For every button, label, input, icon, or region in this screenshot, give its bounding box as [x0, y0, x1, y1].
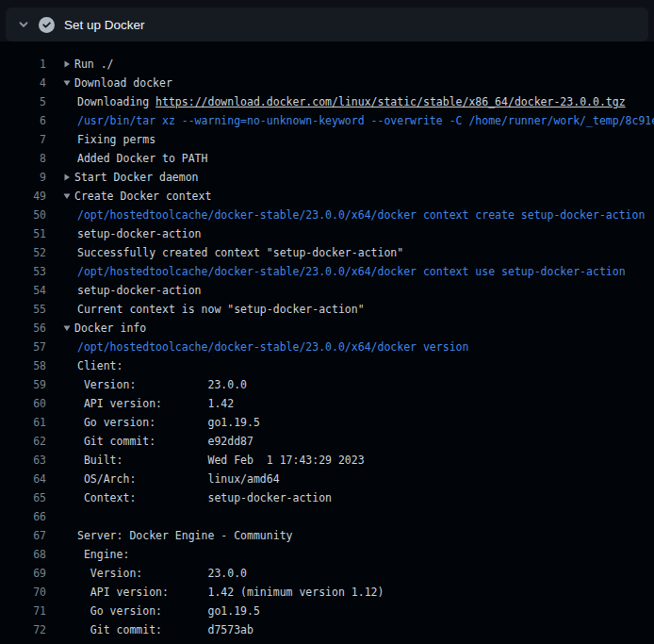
line-number[interactable]: 72 — [15, 620, 46, 639]
command-text: /opt/hostedtoolcache/docker-stable/23.0.… — [77, 338, 468, 356]
line-number[interactable]: 8 — [15, 149, 46, 168]
line-number[interactable]: 66 — [15, 507, 46, 526]
line-content: /opt/hostedtoolcache/docker-stable/23.0.… — [77, 206, 645, 224]
line-content: setup-docker-action — [77, 224, 202, 243]
log-text: Version: 23.0.0 — [77, 375, 247, 394]
log-line: 1Run ./ — [0, 55, 654, 74]
log-text: Current context is now "setup-docker-act… — [77, 300, 365, 319]
line-number[interactable]: 71 — [15, 602, 46, 620]
line-content: /usr/bin/tar xz --warning=no-unknown-key… — [77, 111, 654, 130]
line-number[interactable]: 6 — [15, 111, 46, 130]
command-text: /opt/hostedtoolcache/docker-stable/23.0.… — [77, 262, 626, 281]
log-text: Go version: go1.19.5 — [77, 413, 260, 432]
line-content: Version: 23.0.0 — [77, 564, 247, 583]
group-title[interactable]: Docker info — [74, 319, 146, 338]
group-expanded-icon[interactable] — [63, 192, 71, 200]
line-content: Engine: — [77, 545, 129, 564]
log-line: 4Download docker — [0, 74, 654, 92]
log-line: 5Downloading https://download.docker.com… — [0, 92, 654, 111]
line-content: API version: 1.42 — [77, 394, 234, 413]
line-number[interactable]: 60 — [15, 394, 46, 413]
log-panel: 1Run ./4Download docker5Downloading http… — [0, 41, 654, 644]
line-number[interactable]: 5 — [15, 92, 46, 111]
line-number[interactable]: 7 — [15, 130, 46, 149]
log-text: Version: 23.0.0 — [77, 564, 247, 583]
line-content: Context: setup-docker-action — [77, 488, 332, 507]
line-content: Built: Wed Feb 1 17:43:29 2023 — [77, 451, 365, 470]
log-line: 52Successfully created context "setup-do… — [0, 243, 654, 262]
log-line: 58Client: — [0, 356, 654, 375]
line-number[interactable]: 62 — [15, 432, 46, 451]
line-content: Server: Docker Engine - Community — [77, 526, 292, 545]
log-text: API version: 1.42 (minimum version 1.12) — [77, 583, 384, 602]
line-number[interactable]: 70 — [15, 583, 46, 602]
line-number[interactable]: 57 — [15, 338, 46, 356]
line-number[interactable]: 59 — [15, 375, 46, 394]
group-expanded-icon[interactable] — [63, 324, 71, 332]
line-number[interactable]: 50 — [15, 206, 46, 224]
log-line: 63 Built: Wed Feb 1 17:43:29 2023 — [0, 451, 654, 470]
log-line: 7Fixing perms — [0, 130, 654, 149]
log-line: 49Create Docker context — [0, 187, 654, 206]
log-line: 69 Version: 23.0.0 — [0, 564, 654, 583]
group-title[interactable]: Run ./ — [74, 55, 114, 74]
line-content: /opt/hostedtoolcache/docker-stable/23.0.… — [77, 262, 626, 281]
log-link[interactable]: https://download.docker.com/linux/static… — [155, 92, 626, 111]
line-number[interactable]: 52 — [15, 243, 46, 262]
line-number[interactable]: 54 — [15, 281, 46, 300]
line-number[interactable]: 56 — [15, 319, 46, 338]
log-line: 55Current context is now "setup-docker-a… — [0, 300, 654, 319]
log-line: 54setup-docker-action — [0, 281, 654, 300]
log-text: Git commit: e92dd87 — [77, 432, 253, 451]
log-text: Successfully created context "setup-dock… — [77, 243, 403, 262]
log-text: setup-docker-action — [77, 224, 202, 243]
log-text: OS/Arch: linux/amd64 — [77, 470, 280, 488]
log-text: Server: Docker Engine - Community — [77, 526, 292, 545]
group-title[interactable]: Download docker — [74, 74, 172, 92]
line-number[interactable]: 9 — [15, 168, 46, 187]
line-number[interactable]: 69 — [15, 564, 46, 583]
line-content: OS/Arch: linux/amd64 — [77, 470, 280, 488]
line-number[interactable]: 4 — [15, 74, 46, 92]
chevron-down-icon[interactable] — [17, 18, 30, 31]
line-content: Git commit: e92dd87 — [77, 432, 253, 451]
log-text: Engine: — [77, 545, 129, 564]
line-number[interactable]: 51 — [15, 224, 46, 243]
log-line: 60 API version: 1.42 — [0, 394, 654, 413]
line-number[interactable]: 49 — [15, 187, 46, 206]
line-number[interactable]: 61 — [15, 413, 46, 432]
line-content: Create Docker context — [63, 187, 211, 206]
line-content: Added Docker to PATH — [77, 149, 207, 168]
log-line: 57/opt/hostedtoolcache/docker-stable/23.… — [0, 338, 654, 356]
log-line: 50/opt/hostedtoolcache/docker-stable/23.… — [0, 206, 654, 224]
log-line: 62 Git commit: e92dd87 — [0, 432, 654, 451]
line-number[interactable]: 1 — [15, 55, 46, 74]
line-number[interactable]: 67 — [15, 526, 46, 545]
group-title[interactable]: Create Docker context — [74, 187, 211, 206]
line-number[interactable]: 53 — [15, 262, 46, 281]
group-title[interactable]: Start Docker daemon — [74, 168, 199, 187]
line-content: Start Docker daemon — [63, 168, 199, 187]
group-collapsed-icon[interactable] — [63, 60, 71, 68]
step-header[interactable]: Set up Docker — [6, 8, 648, 41]
log-line: 68 Engine: — [0, 545, 654, 564]
line-number[interactable]: 55 — [15, 300, 46, 319]
log-text: API version: 1.42 — [77, 394, 234, 413]
line-number[interactable]: 63 — [15, 451, 46, 470]
line-content: API version: 1.42 (minimum version 1.12) — [77, 583, 384, 602]
line-content: Docker info — [63, 319, 146, 338]
line-number[interactable]: 68 — [15, 545, 46, 564]
log-line: 65 Context: setup-docker-action — [0, 488, 654, 507]
group-expanded-icon[interactable] — [63, 79, 71, 87]
line-number[interactable]: 64 — [15, 470, 46, 488]
check-circle-icon — [39, 17, 55, 33]
log-text: setup-docker-action — [77, 281, 202, 300]
group-collapsed-icon[interactable] — [63, 173, 71, 181]
line-content: /opt/hostedtoolcache/docker-stable/23.0.… — [77, 338, 468, 356]
line-number[interactable]: 58 — [15, 356, 46, 375]
line-content: Git commit: d7573ab — [77, 620, 253, 639]
log-text: Client: — [77, 356, 123, 375]
line-content: Client: — [77, 356, 123, 375]
log-text: Built: Wed Feb 1 17:43:29 2023 — [77, 451, 365, 470]
line-number[interactable]: 65 — [15, 488, 46, 507]
